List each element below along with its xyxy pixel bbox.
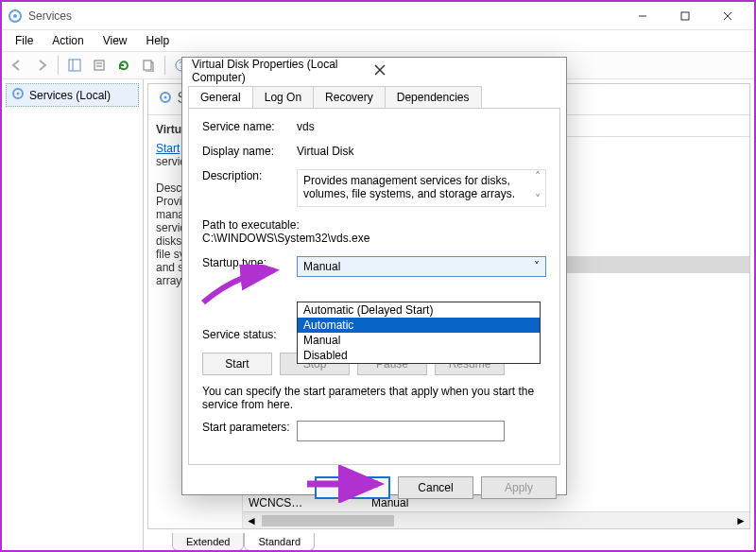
scroll-right-icon[interactable]: ► (732, 513, 749, 528)
service-name-label: Service name: (202, 120, 297, 133)
cancel-button[interactable]: Cancel (398, 476, 473, 499)
startup-type-label: Startup type: (202, 256, 297, 269)
chevron-down-icon[interactable]: ˅ (535, 193, 541, 206)
service-status-label: Service status: (202, 328, 297, 341)
dialog-close-button[interactable] (374, 64, 557, 78)
show-hide-tree-button[interactable] (63, 54, 86, 77)
horizontal-scrollbar[interactable]: ◄ ► (243, 511, 749, 528)
option-manual[interactable]: Manual (298, 333, 540, 348)
svg-rect-6 (69, 60, 80, 71)
gear-icon (158, 90, 173, 109)
service-name-value: vds (297, 120, 546, 133)
ok-button[interactable]: OK (315, 476, 390, 499)
description-box: Provides management services for disks, … (297, 169, 546, 207)
display-name-value: Virtual Disk (297, 145, 546, 158)
start-button[interactable]: Start (202, 353, 272, 375)
chevron-down-icon: ˅ (534, 260, 540, 273)
bottom-tabs: Extended Standard (144, 533, 754, 551)
chevron-up-icon[interactable]: ˄ (535, 170, 541, 183)
export-button[interactable] (137, 54, 160, 77)
refresh-button[interactable] (112, 54, 135, 77)
menu-view[interactable]: View (95, 32, 135, 49)
option-disabled[interactable]: Disabled (298, 348, 540, 363)
apply-button: Apply (481, 476, 557, 499)
nav-forward-button[interactable] (30, 54, 53, 77)
tab-recovery[interactable]: Recovery (313, 86, 386, 108)
window-titlebar: Services (2, 2, 754, 30)
minimize-button[interactable] (621, 3, 663, 29)
properties-dialog: Virtual Disk Properties (Local Computer)… (181, 57, 567, 495)
startup-type-combobox[interactable]: Manual ˅ (297, 256, 546, 277)
tree-item-label: Services (Local) (29, 89, 111, 102)
services-app-icon (8, 9, 23, 24)
display-name-label: Display name: (202, 145, 297, 158)
properties-button[interactable] (88, 54, 111, 77)
scroll-left-icon[interactable]: ◄ (243, 513, 260, 528)
maximize-button[interactable] (663, 3, 706, 29)
description-label: Description: (202, 169, 297, 182)
tab-general[interactable]: General (188, 86, 253, 108)
path-label: Path to executable: (202, 218, 546, 232)
gear-icon (10, 86, 26, 104)
svg-point-1 (13, 14, 17, 18)
option-automatic[interactable]: Automatic (298, 318, 540, 333)
tree-item-services-local[interactable]: Services (Local) (6, 83, 139, 107)
window-title: Services (28, 9, 621, 23)
start-params-input[interactable] (297, 421, 505, 441)
start-params-label: Start parameters: (202, 421, 297, 434)
tab-dependencies[interactable]: Dependencies (385, 86, 482, 108)
menu-file[interactable]: File (8, 32, 41, 49)
menubar: File Action View Help (2, 30, 754, 51)
svg-rect-8 (94, 60, 104, 70)
tab-extended[interactable]: Extended (172, 533, 244, 551)
svg-rect-3 (681, 12, 689, 20)
console-tree: Services (Local) (2, 79, 144, 550)
nav-back-button[interactable] (6, 54, 28, 77)
menu-action[interactable]: Action (44, 32, 91, 49)
startup-hint: You can specify the start parameters tha… (202, 385, 546, 411)
tab-log-on[interactable]: Log On (252, 86, 314, 108)
option-automatic-delayed[interactable]: Automatic (Delayed Start) (298, 302, 540, 318)
tab-standard[interactable]: Standard (244, 533, 315, 551)
menu-help[interactable]: Help (139, 32, 178, 49)
svg-point-21 (164, 96, 167, 99)
startup-type-dropdown[interactable]: Automatic (Delayed Start) Automatic Manu… (297, 302, 541, 364)
start-service-link[interactable]: Start (156, 142, 180, 155)
svg-rect-11 (144, 60, 151, 70)
description-scrollbar[interactable]: ˄˅ (530, 170, 545, 206)
path-value: C:\WINDOWS\System32\vds.exe (202, 232, 546, 245)
svg-point-19 (17, 93, 20, 95)
close-button[interactable] (706, 3, 748, 29)
dialog-title: Virtual Disk Properties (Local Computer) (192, 58, 374, 84)
